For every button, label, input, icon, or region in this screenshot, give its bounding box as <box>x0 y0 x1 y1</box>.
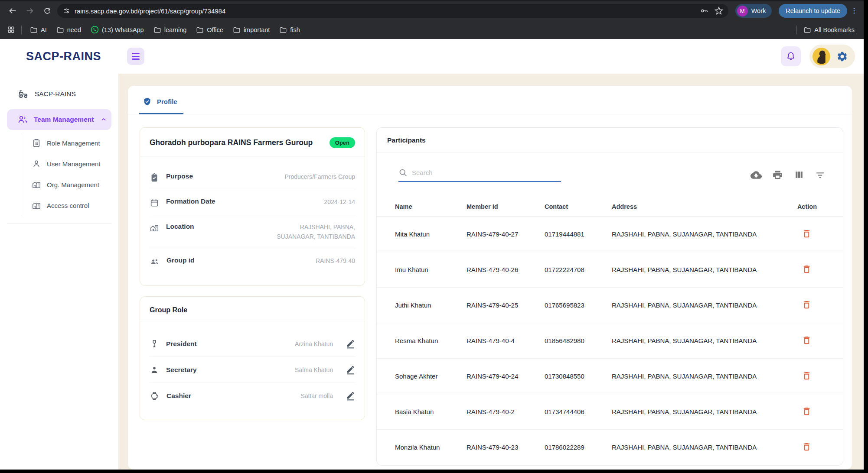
delete-participant-button[interactable] <box>802 406 812 418</box>
cell-address: RAJSHAHI, PABNA, SUJANAGAR, TANTIBANDA <box>612 444 791 451</box>
cell-address: RAJSHAHI, PABNA, SUJANAGAR, TANTIBANDA <box>612 230 791 238</box>
bookmark-star-icon[interactable] <box>715 6 723 15</box>
trash-icon <box>802 264 812 274</box>
sidebar-item-team-management[interactable]: Team Management <box>7 109 111 130</box>
sidebar-item-user-management[interactable]: User Management <box>21 153 111 174</box>
group-role-title: Group Role <box>150 306 187 314</box>
browser-profile-chip[interactable]: M Work <box>735 4 772 18</box>
print-button[interactable] <box>772 169 783 181</box>
info-value: RAJSHAHI, PABNA, SUJANAGAR, TANTIBANDA <box>268 223 355 241</box>
delete-participant-button[interactable] <box>802 229 812 240</box>
all-bookmarks-label: All Bookmarks <box>814 26 855 33</box>
bookmark-whatsapp[interactable]: (13) WhatsApp <box>87 23 148 36</box>
sidebar-item-label: User Management <box>47 160 100 168</box>
person-icon <box>32 159 41 168</box>
sidebar-item-org-management[interactable]: Org. Management <box>21 174 111 195</box>
page-card: Profile Ghoradoh purbopara RAINS Farmers… <box>128 86 852 470</box>
delete-participant-button[interactable] <box>802 300 812 311</box>
table-row: Monzila KhatunRAINS-479-40-2301786022289… <box>377 430 843 465</box>
url-bar[interactable]: rains.sacp.dae.gov.bd/project/61/sacp/gr… <box>57 4 728 18</box>
sidebar-item-home[interactable]: SACP-RAINS <box>7 83 111 105</box>
settings-gear-button[interactable] <box>836 51 848 62</box>
people-icon <box>17 114 28 125</box>
apps-grid-icon[interactable] <box>5 26 17 34</box>
column-header-action: Action <box>791 203 817 210</box>
url-text[interactable]: rains.sacp.dae.gov.bd/project/61/sacp/gr… <box>75 7 695 15</box>
bookmark-folder-learning[interactable]: learning <box>150 24 191 36</box>
passwords-key-icon[interactable] <box>700 6 708 15</box>
browser-toolbar: rains.sacp.dae.gov.bd/project/61/sacp/gr… <box>0 1 864 20</box>
whatsapp-icon <box>91 26 99 34</box>
export-download-button[interactable] <box>751 169 762 181</box>
bookmark-label: learning <box>164 26 187 33</box>
sidebar-item-label: Team Management <box>34 116 94 123</box>
browser-chrome: rains.sacp.dae.gov.bd/project/61/sacp/gr… <box>0 0 864 39</box>
cell-action <box>791 442 817 453</box>
cell-member-id: RAINS-479-40-2 <box>467 408 545 415</box>
bookmark-label: fish <box>290 26 300 33</box>
left-column: Ghoradoh purbopara RAINS Farmers Guroup … <box>140 127 365 420</box>
delete-participant-button[interactable] <box>802 335 812 347</box>
sidebar-item-access-control[interactable]: Access control <box>21 195 111 216</box>
bookmark-label: Office <box>207 26 223 33</box>
filter-button[interactable] <box>815 169 826 181</box>
search-input[interactable] <box>412 169 561 176</box>
sidebar-divider <box>7 224 111 224</box>
clipboard-icon <box>32 138 41 148</box>
relaunch-to-update-button[interactable]: Relaunch to update <box>779 4 847 18</box>
back-icon[interactable] <box>5 3 20 18</box>
folder-icon <box>233 26 241 34</box>
pencil-icon <box>346 391 355 401</box>
bookmarks-separator <box>796 26 797 34</box>
building-icon <box>32 180 41 189</box>
edit-secretary-button[interactable] <box>346 365 355 375</box>
all-bookmarks-button[interactable]: All Bookmarks <box>799 24 858 36</box>
site-settings-icon[interactable] <box>62 7 70 15</box>
tab-label: Profile <box>157 98 177 105</box>
reload-icon[interactable] <box>40 3 55 18</box>
bookmark-folder-need[interactable]: need <box>52 24 85 36</box>
cloud-download-icon <box>751 169 762 181</box>
delete-participant-button[interactable] <box>802 264 812 275</box>
column-header-name: Name <box>395 203 467 210</box>
edit-president-button[interactable] <box>346 339 355 349</box>
browser-menu-icon[interactable] <box>850 7 858 15</box>
cell-action <box>791 371 817 382</box>
info-label: Purpose <box>166 172 193 180</box>
delete-participant-button[interactable] <box>802 371 812 382</box>
search-icon <box>398 168 408 177</box>
cell-member-id: RAINS-479-40-24 <box>467 373 545 380</box>
browser-window: rains.sacp.dae.gov.bd/project/61/sacp/gr… <box>0 0 864 470</box>
info-row-location: Location RAJSHAHI, PABNA, SUJANAGAR, TAN… <box>150 215 355 249</box>
table-header-row: Name Member Id Contact Address Action <box>377 197 843 217</box>
bookmark-folder-ai[interactable]: AI <box>26 24 51 36</box>
edit-cashier-button[interactable] <box>346 391 355 401</box>
avatar[interactable] <box>813 48 830 65</box>
group-title: Ghoradoh purbopara RAINS Farmers Guroup <box>150 138 313 147</box>
tab-profile[interactable]: Profile <box>139 97 183 114</box>
filter-list-icon <box>815 169 826 180</box>
role-label: Cashier <box>166 392 191 400</box>
table-row: Imu KhatunRAINS-479-40-2601722224708RAJS… <box>377 252 843 288</box>
bell-icon <box>786 51 796 62</box>
bookmark-folder-fish[interactable]: fish <box>275 24 304 36</box>
forward-icon[interactable] <box>23 3 37 18</box>
bookmark-folder-important[interactable]: important <box>229 24 274 36</box>
view-columns-icon <box>793 169 804 180</box>
info-label: Location <box>166 223 194 230</box>
pencil-icon <box>346 365 355 375</box>
folder-icon <box>56 26 64 34</box>
notifications-bell-button[interactable] <box>781 46 801 66</box>
hamburger-menu-button[interactable] <box>127 48 144 65</box>
table-row: Mita KhatunRAINS-479-40-2701719444881RAJ… <box>377 217 843 252</box>
delete-participant-button[interactable] <box>802 442 812 453</box>
table-row: Basia KhatunRAINS-479-40-201734744406RAJ… <box>377 394 843 430</box>
view-columns-button[interactable] <box>793 169 804 181</box>
bookmark-folder-office[interactable]: Office <box>192 24 227 36</box>
sidebar-item-role-management[interactable]: Role Management <box>21 133 111 153</box>
piggy-bank-icon <box>150 391 160 401</box>
info-row-group-id: Group id RAINS-479-40 <box>150 249 355 274</box>
folder-icon <box>153 26 161 34</box>
cell-address: RAJSHAHI, PABNA, SUJANAGAR, TANTIBANDA <box>612 337 791 344</box>
group-info-card: Ghoradoh purbopara RAINS Farmers Guroup … <box>140 127 365 286</box>
